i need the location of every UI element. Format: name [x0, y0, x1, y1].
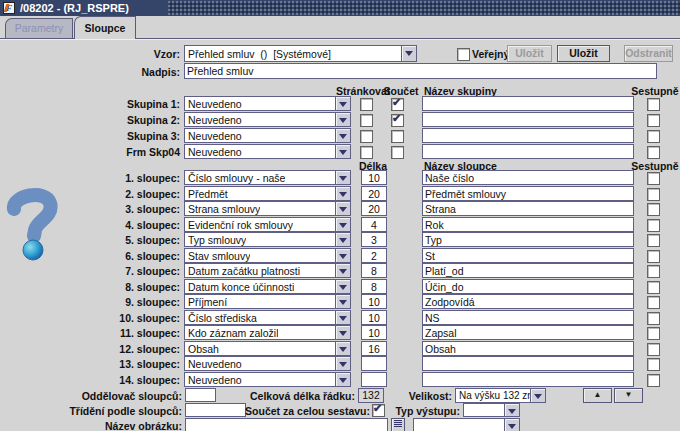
tab-parametry[interactable]: Parametry	[5, 18, 73, 38]
column-name-input[interactable]	[422, 356, 634, 371]
column-name-input[interactable]	[422, 201, 634, 216]
chevron-down-icon[interactable]	[335, 280, 350, 293]
column-name-input[interactable]	[422, 279, 634, 294]
column-length-input[interactable]	[361, 201, 387, 216]
column-name-input[interactable]	[422, 310, 634, 325]
group-name-input[interactable]	[422, 96, 634, 111]
column-length-input[interactable]	[361, 294, 387, 309]
chevron-down-icon[interactable]	[335, 202, 350, 215]
column-sestupne-checkbox[interactable]	[647, 234, 660, 247]
column-field-combo[interactable]: Neuvedeno	[184, 356, 351, 371]
column-name-input[interactable]	[422, 170, 634, 185]
chevron-down-icon[interactable]	[530, 389, 545, 402]
column-length-input[interactable]	[361, 217, 387, 232]
column-sestupne-checkbox[interactable]	[647, 188, 660, 201]
column-sestupne-checkbox[interactable]	[647, 250, 660, 263]
column-sestupne-checkbox[interactable]	[647, 203, 660, 216]
group-field-combo[interactable]: Neuvedeno	[184, 112, 351, 127]
column-length-input[interactable]	[361, 341, 387, 356]
column-field-combo[interactable]: Kdo záznam založil	[184, 325, 351, 340]
nazev-obrazku-input[interactable]	[185, 418, 388, 431]
column-field-combo[interactable]: Datum začátku platnosti	[184, 263, 351, 278]
chevron-down-icon[interactable]	[504, 419, 519, 431]
column-name-input[interactable]	[422, 217, 634, 232]
column-name-input[interactable]	[422, 325, 634, 340]
column-sestupne-checkbox[interactable]	[647, 343, 660, 356]
group-sestupne-checkbox[interactable]	[647, 130, 660, 143]
chevron-down-icon[interactable]	[335, 295, 350, 308]
move-down-button[interactable]: ▼	[614, 388, 643, 403]
column-length-input[interactable]	[361, 248, 387, 263]
column-sestupne-checkbox[interactable]	[647, 358, 660, 371]
chevron-down-icon[interactable]	[335, 97, 350, 110]
column-length-input[interactable]	[361, 325, 387, 340]
column-sestupne-checkbox[interactable]	[647, 312, 660, 325]
typ-vystupu-combo[interactable]	[463, 403, 520, 417]
group-field-combo[interactable]: Neuvedeno	[184, 128, 351, 143]
chevron-down-icon[interactable]	[335, 249, 350, 262]
group-sestupne-checkbox[interactable]	[647, 146, 660, 159]
chevron-down-icon[interactable]	[335, 113, 350, 126]
group-name-input[interactable]	[422, 144, 634, 159]
group-field-combo[interactable]: Neuvedeno	[184, 144, 351, 159]
column-field-combo[interactable]: Datum konce účinnosti	[184, 279, 351, 294]
chevron-down-icon[interactable]	[335, 187, 350, 200]
column-length-input[interactable]	[361, 356, 387, 371]
column-length-input[interactable]	[361, 372, 387, 387]
column-name-input[interactable]	[422, 294, 634, 309]
group-strankovat-checkbox[interactable]	[360, 114, 373, 127]
column-field-combo[interactable]: Neuvedeno	[184, 372, 351, 387]
velikost-combo[interactable]: Na výšku 132 zn.	[455, 388, 546, 403]
group-soucet-checkbox[interactable]	[391, 114, 404, 127]
column-name-input[interactable]	[422, 341, 634, 356]
group-strankovat-checkbox[interactable]	[360, 130, 373, 143]
column-sestupne-checkbox[interactable]	[647, 281, 660, 294]
chevron-down-icon[interactable]	[335, 373, 350, 386]
group-soucet-checkbox[interactable]	[391, 146, 404, 159]
column-field-combo[interactable]: Číslo střediska	[184, 310, 351, 325]
group-field-combo[interactable]: Neuvedeno	[184, 96, 351, 111]
delete-button[interactable]: Odstranit	[624, 45, 673, 62]
column-sestupne-checkbox[interactable]	[647, 219, 660, 232]
column-field-combo[interactable]: Strana smlouvy	[184, 201, 351, 216]
column-name-input[interactable]	[422, 263, 634, 278]
group-name-input[interactable]	[422, 112, 634, 127]
column-sestupne-checkbox[interactable]	[647, 374, 660, 387]
chevron-down-icon[interactable]	[401, 46, 416, 61]
column-field-combo[interactable]: Evidenční rok smlouvy	[184, 217, 351, 232]
column-length-input[interactable]	[361, 279, 387, 294]
column-length-input[interactable]	[361, 170, 387, 185]
save-button[interactable]: Uložit	[507, 45, 552, 62]
column-length-input[interactable]	[361, 310, 387, 325]
footer-soucet-checkbox[interactable]	[372, 404, 385, 417]
column-sestupne-checkbox[interactable]	[647, 327, 660, 340]
column-field-combo[interactable]: Obsah	[184, 341, 351, 356]
column-length-input[interactable]	[361, 232, 387, 247]
column-field-combo[interactable]: Předmět	[184, 186, 351, 201]
group-sestupne-checkbox[interactable]	[647, 114, 660, 127]
tab-sloupce[interactable]: Sloupce	[74, 16, 136, 39]
group-soucet-checkbox[interactable]	[391, 130, 404, 143]
column-length-input[interactable]	[361, 186, 387, 201]
vzor-combo[interactable]: Přehled smluv () [Systémové]	[184, 45, 417, 62]
verejny-checkbox[interactable]	[457, 48, 470, 61]
image-combo[interactable]	[413, 418, 520, 431]
chevron-down-icon[interactable]	[335, 311, 350, 324]
group-sestupne-checkbox[interactable]	[647, 98, 660, 111]
chevron-down-icon[interactable]	[335, 264, 350, 277]
group-soucet-checkbox[interactable]	[391, 98, 404, 111]
image-list-button[interactable]	[391, 418, 405, 431]
column-sestupne-checkbox[interactable]	[647, 172, 660, 185]
nadpis-input[interactable]	[184, 63, 657, 79]
chevron-down-icon[interactable]	[335, 218, 350, 231]
column-field-combo[interactable]: Příjmení	[184, 294, 351, 309]
column-field-combo[interactable]: Stav smlouvy	[184, 248, 351, 263]
group-strankovat-checkbox[interactable]	[360, 146, 373, 159]
column-name-input[interactable]	[422, 248, 634, 263]
column-field-combo[interactable]: Typ smlouvy	[184, 232, 351, 247]
chevron-down-icon[interactable]	[335, 145, 350, 158]
chevron-down-icon[interactable]	[335, 357, 350, 370]
column-sestupne-checkbox[interactable]	[647, 265, 660, 278]
column-length-input[interactable]	[361, 263, 387, 278]
save-as-button[interactable]: Uložit jako	[557, 45, 610, 62]
